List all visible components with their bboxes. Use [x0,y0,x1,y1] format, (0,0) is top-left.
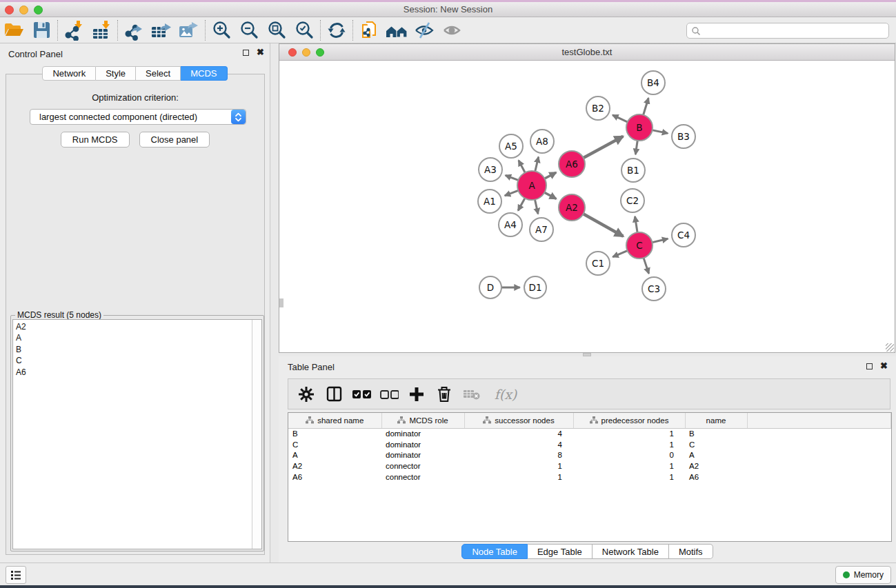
table-cell[interactable]: 1 [573,439,685,450]
table-cell[interactable]: 1 [464,460,573,472]
tab-mcds[interactable]: MCDS [181,66,227,81]
table-cell[interactable]: A [685,450,747,461]
graph-node-C2[interactable]: C2 [621,189,644,212]
graph-node-A7[interactable]: A7 [530,218,553,241]
table-row[interactable]: A2connector11A2 [288,460,891,472]
mcds-result-item[interactable]: B [16,344,261,355]
graph-edge-B-B4[interactable] [643,98,648,116]
table-row[interactable]: Cdominator41C [288,439,891,450]
zoom-out-button[interactable] [235,19,263,42]
mcds-result-scrollbar[interactable] [252,320,261,549]
mcds-result-item[interactable]: A2 [16,321,261,332]
table-cell[interactable]: A2 [685,460,747,472]
tab-network[interactable]: Network [42,66,96,81]
table-cell[interactable]: 1 [464,472,573,483]
graph-node-A8[interactable]: A8 [530,130,554,153]
table-settings-button[interactable] [297,383,316,405]
column-header-mcds-role[interactable]: MCDS role [381,413,464,428]
graph-edge-B-B2[interactable] [613,115,628,123]
table-cell[interactable]: connector [381,460,464,472]
graph-edge-A-A4[interactable] [518,197,526,211]
graph-node-A4[interactable]: A4 [499,213,522,236]
network-window-titlebar[interactable]: testGlobe.txt [279,44,895,61]
zoom-in-button[interactable] [208,19,235,42]
graph-node-A6[interactable]: A6 [559,151,585,177]
zoom-selected-button[interactable] [290,19,318,42]
table-cell[interactable]: dominator [381,428,464,439]
home-button[interactable] [383,19,410,42]
table-cell[interactable]: A6 [685,472,747,483]
graph-node-A2[interactable]: A2 [559,194,585,221]
export-table-button[interactable] [148,19,175,42]
graph-node-B3[interactable]: B3 [672,125,695,148]
graph-edge-A-A1[interactable] [505,190,519,196]
tab-edge-table[interactable]: Edge Table [528,544,593,559]
memory-button[interactable]: Memory [835,566,891,584]
table-cell[interactable]: C [288,439,381,450]
column-header-name[interactable]: name [685,413,747,428]
graph-node-C[interactable]: C [626,232,653,258]
graph-node-B2[interactable]: B2 [586,97,610,120]
tab-style[interactable]: Style [96,66,136,81]
float-table-panel-icon[interactable] [866,363,873,369]
table-cell[interactable]: connector [381,472,464,483]
table-row[interactable]: Bdominator41B [288,428,891,439]
graph-node-A3[interactable]: A3 [479,158,502,181]
export-image-button[interactable] [175,19,203,42]
mcds-result-item[interactable]: A [16,332,261,343]
graph-edge-A-A2[interactable] [544,192,557,199]
table-cell[interactable]: 4 [464,439,573,450]
graph-edge-A-A8[interactable] [535,157,538,173]
graph-node-A5[interactable]: A5 [499,134,523,158]
table-cell[interactable]: C [685,439,747,450]
graph-node-C3[interactable]: C3 [642,277,666,301]
graph-node-A1[interactable]: A1 [478,190,501,213]
graph-node-B4[interactable]: B4 [641,71,665,94]
table-row[interactable]: A6connector11A6 [288,472,891,483]
add-column-button[interactable] [407,383,426,405]
import-network-button[interactable] [60,19,88,42]
graph-edge-C-C4[interactable] [651,239,668,243]
close-panel-button[interactable]: Close panel [139,132,210,148]
table-cell[interactable]: A6 [288,472,381,483]
hide-selected-button[interactable] [410,19,438,42]
clone-network-button[interactable] [355,19,383,42]
split-view-button[interactable] [324,383,344,405]
show-all-button[interactable] [438,19,466,42]
network-canvas[interactable]: B4B2BB3A5A8A6A3B1AA1A2C2A4A7C4CC1C3DD1 [279,61,895,352]
column-header-shared-name[interactable]: shared name [288,413,381,428]
close-table-panel-icon[interactable]: ✖ [880,363,888,369]
network-graph[interactable]: B4B2BB3A5A8A6A3B1AA1A2C2A4A7C4CC1C3DD1 [279,61,895,352]
graph-node-B1[interactable]: B1 [621,159,645,182]
table-cell[interactable]: 1 [573,428,685,439]
table-cell[interactable]: 1 [573,460,685,472]
table-cell[interactable]: A2 [288,460,381,472]
run-mcds-button[interactable]: Run MCDS [61,132,130,148]
show-panels-button[interactable] [6,566,26,584]
select-all-button[interactable] [352,383,371,405]
tab-select[interactable]: Select [136,66,181,81]
graph-node-D1[interactable]: D1 [524,276,546,298]
graph-node-D[interactable]: D [479,276,501,298]
graph-edge-A-A7[interactable] [535,199,538,214]
mcds-result-item[interactable]: C [16,355,261,366]
search-field[interactable] [686,23,889,39]
graph-edge-A-A3[interactable] [506,175,520,181]
network-resize-grip[interactable] [886,343,894,352]
node-table[interactable]: shared nameMCDS rolesuccessor nodesprede… [288,412,892,542]
save-session-button[interactable] [28,19,55,42]
tab-motifs[interactable]: Motifs [669,544,713,559]
graph-edge-C-C2[interactable] [635,216,638,234]
tab-network-table[interactable]: Network Table [593,544,669,559]
table-cell[interactable]: dominator [381,439,464,450]
table-cell[interactable]: 8 [464,450,573,461]
float-panel-icon[interactable] [243,50,249,56]
tab-node-table[interactable]: Node Table [461,544,528,559]
refresh-button[interactable] [323,19,350,42]
table-cell[interactable]: dominator [381,450,464,461]
graph-edge-A2-C[interactable] [582,213,624,236]
graph-node-B[interactable]: B [626,114,653,141]
table-row[interactable]: Adominator80A [288,450,891,461]
graph-edge-C-C3[interactable] [643,256,648,274]
zoom-fit-button[interactable] [263,19,290,42]
